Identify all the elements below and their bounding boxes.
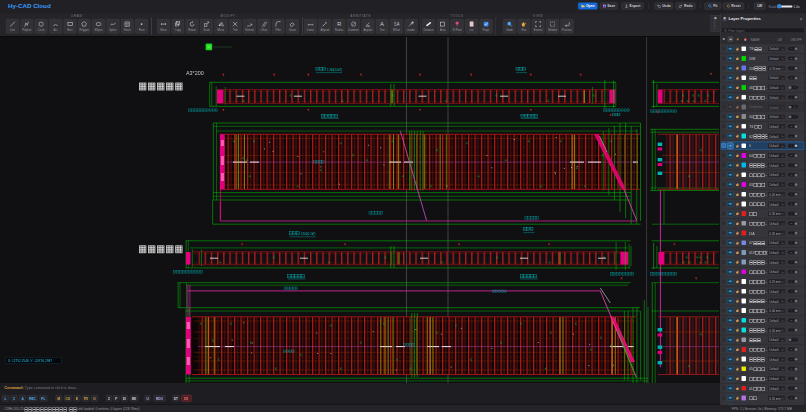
svg-text:A: A <box>396 22 399 28</box>
svg-text:R: R <box>337 21 341 27</box>
svg-text:X: 12752.2546, Y: -53716.2987: X: 12752.2546, Y: -53716.2987 <box>8 359 52 363</box>
svg-text:A: A <box>380 22 384 28</box>
svg-text:A3*200: A3*200 <box>186 70 204 76</box>
svg-text:1:200(1:2d7): 1:200(1:2d7) <box>301 232 316 236</box>
svg-text:1:200(1:2d7): 1:200(1:2d7) <box>327 68 342 72</box>
